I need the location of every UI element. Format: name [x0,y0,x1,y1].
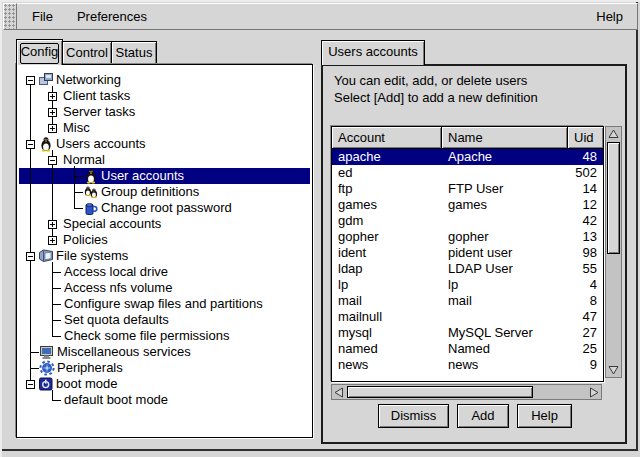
penguins-icon [83,184,99,200]
uid-cell: 48 [568,149,603,165]
tree-item-access-local-drive[interactable]: Access local drive [19,264,310,280]
tree-item-policies[interactable]: Policies [19,232,310,248]
tab-users-accounts-label: Users accounts [322,41,424,63]
tab-status-label: Status [112,42,156,64]
tree-item-label: Users accounts [56,136,146,152]
tree-item-access-nfs-volume[interactable]: Access nfs volume [19,280,310,296]
scrollbar-up-arrow-icon[interactable] [607,128,620,140]
tree-item-user-accounts[interactable]: User accounts [19,168,310,184]
tree-item-networking[interactable]: Networking [19,72,310,88]
panel-description-line1: You can edit, add, or delete users [334,73,527,88]
uid-cell: 12 [568,197,603,213]
add-button[interactable]: Add [457,404,509,428]
account-cell: lp [332,277,442,293]
tab-status[interactable]: Status [111,41,157,65]
vertical-scrollbar[interactable] [605,126,622,378]
account-cell: mysql [332,325,442,341]
uid-cell: 42 [568,213,603,229]
expand-icon[interactable] [48,108,57,117]
column-header-name[interactable]: Name [442,127,568,149]
uid-cell: 13 [568,229,603,245]
table-row-apache[interactable]: apacheApache48 [332,149,603,165]
penguin-icon [83,168,99,184]
tree-item-change-root-password[interactable]: Change root password [19,200,310,216]
tree-item-label: Server tasks [63,104,135,120]
table-row-lp[interactable]: lplp4 [332,277,603,293]
menu-item-help[interactable]: Help [582,5,637,28]
menu-item-file[interactable]: File [20,5,65,28]
expand-icon[interactable] [48,124,57,133]
column-header-uid[interactable]: Uid [568,127,603,149]
tab-control[interactable]: Control [62,41,112,65]
uid-cell: 47 [568,309,603,325]
collapse-icon[interactable] [26,140,35,149]
table-row-gdm[interactable]: gdm42 [332,213,603,229]
table-row-ed[interactable]: ed502 [332,165,603,181]
scrollbar-down-arrow-icon[interactable] [607,364,620,376]
tab-control-label: Control [63,42,111,64]
collapse-icon[interactable] [48,156,57,165]
tree-item-set-quota-defaults[interactable]: Set quota defaults [19,312,310,328]
scrollbar-left-arrow-icon[interactable] [333,386,345,398]
window-frame-top [0,0,640,2]
menu-item-preferences[interactable]: Preferences [65,5,159,28]
window-frame-bottom [2,449,638,451]
name-cell: games [442,197,568,213]
tree-item-server-tasks[interactable]: Server tasks [19,104,310,120]
table-row-named[interactable]: namedNamed25 [332,341,603,357]
tree-item-users-accounts[interactable]: Users accounts [19,136,310,152]
tree-item-label: Miscellaneous services [57,344,191,360]
table-row-mysql[interactable]: mysqlMySQL Server27 [332,325,603,341]
tree-item-misc[interactable]: Misc [19,120,310,136]
account-cell: ldap [332,261,442,277]
tree-item-boot-mode[interactable]: boot mode [19,376,310,392]
tree-item-label: boot mode [56,376,117,392]
tree-item-check-some-file-permissions[interactable]: Check some file permissions [19,328,310,344]
tab-config[interactable]: Config [16,39,63,65]
table-row-ident[interactable]: identpident user98 [332,245,603,261]
expand-icon[interactable] [48,236,57,245]
name-cell: pident user [442,245,568,261]
table-row-games[interactable]: gamesgames12 [332,197,603,213]
collapse-icon[interactable] [26,252,35,261]
name-cell [442,165,568,181]
window-frame-left [0,0,2,457]
window-frame-right [636,2,638,451]
account-cell: news [332,357,442,373]
tree-connector-line [52,168,53,184]
scrollbar-right-arrow-icon[interactable] [588,386,600,398]
accounts-table-header: Account Name Uid [332,127,603,149]
tree-item-group-definitions[interactable]: Group definitions [19,184,310,200]
tree-item-default-boot-mode[interactable]: default boot mode [19,392,310,408]
tree-item-peripherals[interactable]: Peripherals [19,360,310,376]
column-header-account[interactable]: Account [332,127,442,149]
dismiss-button[interactable]: Dismiss [378,404,449,428]
horizontal-scrollbar-thumb[interactable] [347,386,533,398]
tree-item-special-accounts[interactable]: Special accounts [19,216,310,232]
help-button[interactable]: Help [517,404,572,428]
expand-icon[interactable] [48,220,57,229]
table-row-gopher[interactable]: gophergopher13 [332,229,603,245]
tree-item-file-systems[interactable]: File systems [19,248,310,264]
tree-item-miscellaneous-services[interactable]: Miscellaneous services [19,344,310,360]
table-row-news[interactable]: newsnews9 [332,357,603,373]
tree-item-label: Group definitions [101,184,199,200]
tree-content: NetworkingClient tasksServer tasksMiscUs… [19,72,310,435]
tree-item-configure-swap-files-and-partitions[interactable]: Configure swap files and partitions [19,296,310,312]
name-cell: lp [442,277,568,293]
collapse-icon[interactable] [26,380,35,389]
table-row-ftp[interactable]: ftpFTP User14 [332,181,603,197]
expand-icon[interactable] [48,92,57,101]
tree-item-label: Client tasks [63,88,130,104]
table-row-mailnull[interactable]: mailnull47 [332,309,603,325]
tab-users-accounts[interactable]: Users accounts [321,40,425,65]
vertical-scrollbar-thumb[interactable] [607,142,620,254]
tree-item-normal[interactable]: Normal [19,152,310,168]
horizontal-scrollbar[interactable] [331,384,602,400]
collapse-icon[interactable] [26,76,35,85]
tree-item-client-tasks[interactable]: Client tasks [19,88,310,104]
table-row-mail[interactable]: mailmail8 [332,293,603,309]
name-cell: FTP User [442,181,568,197]
table-row-ldap[interactable]: ldapLDAP User55 [332,261,603,277]
menubar-grip[interactable] [3,3,17,30]
